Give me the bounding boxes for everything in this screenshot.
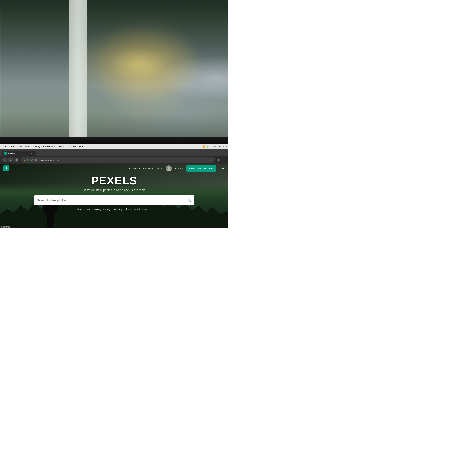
- monitor-bezel: [0, 137, 228, 144]
- quick-tag-meeting[interactable]: meeting: [114, 208, 123, 211]
- secure-label: Secure: [27, 159, 34, 161]
- office-column: [68, 0, 87, 142]
- pexels-logo[interactable]: P: [3, 165, 9, 171]
- menu-bar: hrome File Edit View History Bookmarks P…: [0, 144, 228, 149]
- bottom-searches-label: Searches: [1, 226, 10, 228]
- quick-tag-wood[interactable]: wood: [134, 208, 140, 211]
- tools-link[interactable]: Tools: [156, 167, 162, 170]
- quick-tag-vintage[interactable]: vintage: [103, 208, 112, 211]
- battery-percent: 100 %: [210, 145, 216, 148]
- time-display: Wed 16:15: [217, 145, 227, 148]
- pexels-navbar: P Browse License Tools Daniel Contribut: [0, 164, 228, 173]
- license-link[interactable]: License: [143, 167, 153, 170]
- hero-content: PEXELS Best free stock photos in one pla…: [34, 174, 194, 211]
- reload-button[interactable]: ↻: [14, 157, 19, 162]
- user-name-label: Daniel: [175, 167, 183, 170]
- nav-links: Browse License Tools Daniel Contribute P…: [129, 165, 225, 171]
- quick-searches: house blur training vintage meeting phon…: [34, 208, 194, 211]
- address-bar-container: ‹ › ↻ 🔒 Secure https://www.pexels.com ☆ …: [0, 156, 228, 164]
- star-icon[interactable]: ☆: [208, 158, 212, 162]
- quick-tag-blur[interactable]: blur: [86, 208, 91, 211]
- quick-tag-phone[interactable]: phone: [125, 208, 132, 211]
- menu-bar-left: hrome File Edit View History Bookmarks P…: [2, 145, 84, 148]
- quick-tag-training[interactable]: training: [93, 208, 101, 211]
- menu-history[interactable]: History: [33, 145, 40, 148]
- tab-close-button[interactable]: ✕: [30, 152, 33, 155]
- nav-buttons: ‹ › ↻: [2, 157, 19, 162]
- menu-people[interactable]: People: [58, 145, 65, 148]
- hero-subtitle: Best free stock photos in one place. Lea…: [34, 188, 194, 192]
- wifi-icon: 📶: [203, 145, 205, 148]
- search-button[interactable]: 🔍: [187, 198, 192, 202]
- pexels-hero: P Browse License Tools Daniel Contribut: [0, 164, 228, 228]
- tab-bar: Pexels ✕: [0, 149, 228, 156]
- more-options-button[interactable]: ⋯: [220, 166, 225, 171]
- battery-icon: 🔋: [206, 145, 209, 148]
- menu-edit[interactable]: Edit: [18, 145, 22, 148]
- address-bar[interactable]: 🔒 Secure https://www.pexels.com ☆: [21, 157, 215, 163]
- subtitle-text: Best free stock photos in one place.: [83, 188, 130, 192]
- menu-view[interactable]: View: [25, 145, 30, 148]
- extensions-icon[interactable]: ⚙: [217, 158, 221, 162]
- tab-title: Pexels: [8, 152, 15, 155]
- menu-app-name[interactable]: hrome: [2, 145, 8, 148]
- search-container[interactable]: 🔍: [34, 195, 194, 205]
- user-avatar[interactable]: [166, 165, 172, 171]
- learn-more-link[interactable]: Learn more: [131, 188, 146, 192]
- toolbar-icons: ⚙ ⋮: [217, 158, 226, 162]
- forward-button[interactable]: ›: [8, 157, 13, 162]
- menu-help[interactable]: Help: [79, 145, 84, 148]
- pexels-title: PEXELS: [34, 174, 194, 187]
- tab-favicon: [4, 152, 7, 155]
- browse-link[interactable]: Browse: [129, 167, 140, 170]
- active-tab[interactable]: Pexels ✕: [2, 151, 35, 156]
- url-display: https://www.pexels.com: [35, 159, 59, 161]
- menu-file[interactable]: File: [11, 145, 15, 148]
- lock-icon: 🔒: [23, 159, 26, 161]
- contribute-photos-button[interactable]: Contribute Photos: [186, 165, 216, 171]
- more-tags-link[interactable]: more →: [142, 208, 151, 211]
- menu-icon[interactable]: ⋮: [222, 158, 226, 162]
- background-overlay: [0, 0, 228, 142]
- website-content: P Browse License Tools Daniel Contribut: [0, 164, 228, 228]
- status-bar: 📶 🔋 100 % Wed 16:15: [203, 145, 227, 148]
- back-button[interactable]: ‹: [2, 157, 7, 162]
- svg-point-1: [168, 167, 170, 169]
- menu-bookmarks[interactable]: Bookmarks: [43, 145, 55, 148]
- address-bar-icons: ☆: [208, 158, 212, 162]
- browser-chrome: hrome File Edit View History Bookmarks P…: [0, 144, 228, 228]
- menu-window[interactable]: Window: [68, 145, 76, 148]
- search-input[interactable]: [37, 199, 186, 202]
- quick-tag-house[interactable]: house: [77, 208, 85, 211]
- pexels-logo-icon: P: [3, 165, 9, 171]
